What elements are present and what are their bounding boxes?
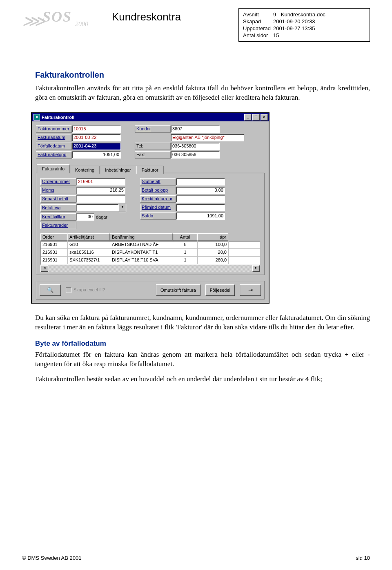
- cell: 100,0: [198, 241, 229, 248]
- field-label[interactable]: Kundnr: [135, 125, 171, 133]
- field-label[interactable]: Betalt via: [40, 204, 76, 212]
- window-fakturakontroll: ∎ Fakturakontroll _ □ × Fakturanummer100…: [31, 112, 270, 304]
- exit-icon: ⇥: [248, 287, 253, 293]
- table-row[interactable]: 216901G10ARBETSKOSTNAD ÅF8100,0: [41, 241, 260, 249]
- field-value[interactable]: [176, 178, 225, 186]
- body-text: Fakturakontrollen används för att titta …: [35, 84, 370, 103]
- maximize-button[interactable]: □: [252, 114, 260, 121]
- cell: 216901: [41, 249, 68, 256]
- col-header[interactable]: Antal: [173, 233, 197, 241]
- field-label[interactable]: Senast betalt: [40, 195, 76, 203]
- field-value[interactable]: 036-305856: [171, 151, 220, 159]
- field-value[interactable]: 2001-04-23: [72, 143, 121, 150]
- dropdown-icon[interactable]: ▼: [119, 204, 126, 212]
- field-value[interactable]: [76, 204, 119, 211]
- cell: 8: [173, 241, 198, 248]
- app-icon: ∎: [33, 114, 40, 121]
- foljesedel-button[interactable]: Följesedel: [205, 284, 235, 296]
- field-label[interactable]: Betalt belopp: [140, 187, 176, 194]
- field-label[interactable]: Kreditvillkor: [40, 213, 76, 221]
- scroll-right-icon[interactable]: ►: [252, 265, 260, 272]
- field-label[interactable]: Fakturadatum: [36, 134, 72, 141]
- field-label[interactable]: Förfallodatum: [36, 143, 72, 150]
- field-label[interactable]: Moms: [40, 187, 76, 194]
- cell: G10: [68, 241, 110, 248]
- field-label[interactable]: Fakturarader: [40, 222, 76, 229]
- field-value[interactable]: [176, 195, 225, 203]
- field-label[interactable]: Slutbetalt: [140, 178, 176, 186]
- col-header[interactable]: ápr: [197, 233, 228, 241]
- page-title: Kundreskontra: [112, 8, 230, 23]
- omutskrift-button[interactable]: Omutskrift faktura: [156, 284, 200, 296]
- tab-fakturainfo[interactable]: Fakturainfo: [37, 164, 70, 173]
- field-value[interactable]: 1091,00: [176, 212, 225, 220]
- field-label[interactable]: Påmind datum: [140, 204, 176, 211]
- tab-fakturor[interactable]: Fakturor: [136, 166, 164, 174]
- close-button[interactable]: ×: [261, 114, 268, 121]
- tab-panel: Ordernummer216901Moms218,25Senast betalt…: [36, 173, 265, 275]
- tab-kontering[interactable]: Kontering: [70, 166, 100, 174]
- exit-button[interactable]: ⇥: [240, 284, 261, 296]
- field-value[interactable]: 036-305800: [171, 143, 220, 150]
- field-value[interactable]: [176, 204, 225, 211]
- action-bar: 🔍 Skapa excel fil? Omutskrift faktura Fö…: [36, 281, 265, 300]
- field-label[interactable]: Saldo: [140, 212, 176, 220]
- excel-checkbox[interactable]: Skapa excel fil?: [66, 287, 105, 293]
- field-value[interactable]: Elgiganten AB *jönköping*: [171, 134, 244, 141]
- meta-key: Avsnitt: [243, 11, 273, 18]
- field-label[interactable]: Kreditfaktura nr: [140, 195, 176, 203]
- field-label[interactable]: Fakturanummer: [36, 125, 72, 133]
- section-subtitle: Byte av förfallodatum: [35, 340, 370, 348]
- cell: DISPLAYKONTAKT T1: [110, 249, 173, 256]
- cell: 1: [173, 257, 198, 264]
- scroll-left-icon[interactable]: ◄: [41, 265, 48, 272]
- field-value[interactable]: 218,25: [76, 187, 125, 194]
- meta-key: Uppdaterad: [243, 25, 273, 32]
- cell: SXK1073527/1: [68, 257, 110, 264]
- field-label[interactable]: Ordernummer: [40, 178, 76, 186]
- minimize-button[interactable]: _: [244, 114, 252, 121]
- meta-key: Skapad: [243, 18, 273, 25]
- field-label[interactable]: Fakturabelopp: [36, 151, 72, 159]
- metadata-box: Avsnitt9 - Kundreskontra.docSkapad2001-0…: [238, 8, 370, 42]
- cell: 20,0: [198, 249, 229, 256]
- meta-val: 2001-09-27 13:35: [273, 25, 328, 32]
- body-text: Fakturakontrollen består sedan av en huv…: [35, 375, 370, 384]
- field-value[interactable]: 1091,00: [72, 151, 121, 159]
- tab-inbetalningar[interactable]: Inbetalningar: [100, 166, 136, 174]
- field-label: Tel:: [135, 143, 171, 150]
- field-value[interactable]: 0,00: [176, 187, 225, 194]
- binoculars-icon: 🔍: [47, 287, 53, 293]
- cell: ARBETSKOSTNAD ÅF: [110, 241, 173, 248]
- cell: 1: [173, 249, 198, 256]
- logo: ⋙ SOS 2000: [22, 8, 104, 33]
- table-row[interactable]: 216901sxa1059116DISPLAYKONTAKT T1120,0: [41, 249, 260, 257]
- meta-val: 15: [273, 32, 328, 39]
- cell: sxa1059116: [68, 249, 110, 256]
- field-value[interactable]: 216901: [76, 178, 125, 186]
- table-row[interactable]: 216901SXK1073527/1DISPLAY T18,T10 SVA126…: [41, 257, 260, 264]
- field-value[interactable]: 2001-03-22: [72, 134, 121, 141]
- cell: DISPLAY T18,T10 SVA: [110, 257, 173, 264]
- field-value[interactable]: [76, 195, 125, 203]
- col-header[interactable]: Benämning: [110, 233, 173, 241]
- field-value[interactable]: 3607: [171, 125, 220, 133]
- body-text: Du kan söka en faktura på fakturanumret,…: [35, 313, 370, 332]
- window-title: Fakturakontroll: [42, 115, 74, 120]
- meta-val: 9 - Kundreskontra.doc: [273, 11, 328, 18]
- checkbox-icon: [66, 287, 71, 293]
- meta-key: Antal sidor: [243, 32, 273, 39]
- section-title: Fakturakontrollen: [35, 70, 370, 80]
- field-value[interactable]: 10015: [72, 125, 121, 133]
- field-value[interactable]: 30: [76, 213, 94, 221]
- hscrollbar[interactable]: ◄ ►: [40, 265, 260, 272]
- footer-page: sid 10: [356, 555, 370, 561]
- cell: 216901: [41, 257, 68, 264]
- search-button[interactable]: 🔍: [40, 284, 61, 296]
- col-header[interactable]: Order: [40, 233, 67, 241]
- footer-copyright: © DMS Sweden AB 2001: [22, 555, 81, 561]
- cell: 216901: [41, 241, 68, 248]
- meta-val: 2001-09-20 20:33: [273, 18, 328, 25]
- col-header[interactable]: Artikel/tjänst: [67, 233, 110, 241]
- titlebar[interactable]: ∎ Fakturakontroll _ □ ×: [32, 113, 269, 121]
